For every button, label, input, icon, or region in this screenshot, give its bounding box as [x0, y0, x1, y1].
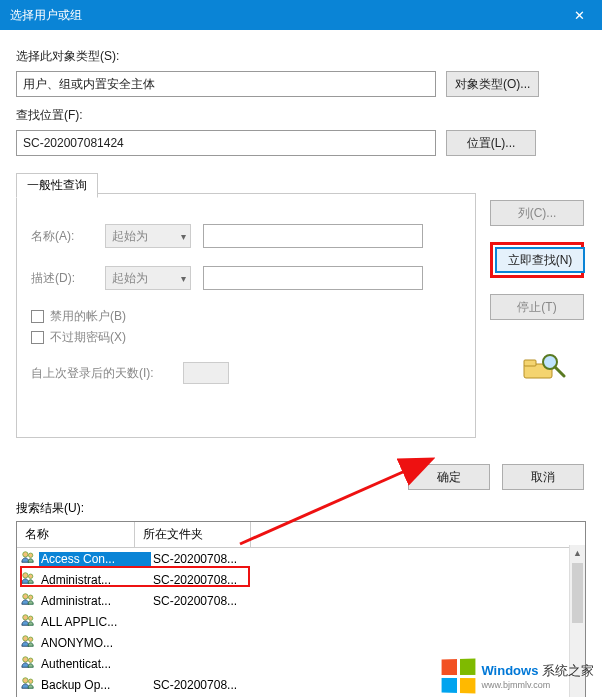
- svg-point-7: [28, 574, 32, 578]
- find-now-button[interactable]: 立即查找(N): [495, 247, 585, 273]
- vertical-scrollbar[interactable]: ▲ ▼: [569, 545, 585, 697]
- list-item[interactable]: Administrat...SC-20200708...: [17, 590, 585, 611]
- svg-point-10: [23, 615, 28, 620]
- location-value: SC-202007081424: [23, 136, 124, 150]
- svg-point-16: [23, 678, 28, 683]
- svg-point-5: [28, 553, 32, 557]
- result-name: Administrat...: [39, 573, 151, 587]
- user-group-icon: [21, 613, 37, 630]
- chevron-down-icon: ▾: [181, 273, 186, 284]
- name-match-combo[interactable]: 起始为 ▾: [105, 224, 191, 248]
- close-icon: ✕: [574, 8, 585, 23]
- list-item[interactable]: Administrat...SC-20200708...: [17, 569, 585, 590]
- nonexpiring-password-label: 不过期密码(X): [50, 329, 126, 346]
- svg-point-12: [23, 636, 28, 641]
- user-group-icon: [21, 550, 37, 567]
- locations-button[interactable]: 位置(L)...: [446, 130, 536, 156]
- result-folder: SC-20200708...: [153, 552, 271, 566]
- columns-button[interactable]: 列(C)...: [490, 200, 584, 226]
- results-body: Access Con...SC-20200708... Administrat.…: [17, 548, 585, 697]
- cancel-button[interactable]: 取消: [502, 464, 584, 490]
- user-group-icon: [21, 571, 37, 588]
- results-label: 搜索结果(U):: [16, 500, 586, 517]
- user-group-icon: [21, 655, 37, 672]
- svg-point-9: [28, 595, 32, 599]
- description-input[interactable]: [203, 266, 423, 290]
- svg-point-13: [28, 637, 32, 641]
- scroll-thumb[interactable]: [572, 563, 583, 623]
- result-folder: SC-20200708...: [153, 594, 271, 608]
- list-item[interactable]: Backup Op...SC-20200708...: [17, 674, 585, 695]
- find-now-highlight: 立即查找(N): [490, 242, 584, 278]
- result-name: Access Con...: [39, 552, 151, 566]
- disabled-accounts-label: 禁用的帐户(B): [50, 308, 126, 325]
- days-since-logon-spinner[interactable]: [183, 362, 229, 384]
- title-bar: 选择用户或组 ✕: [0, 0, 602, 30]
- close-button[interactable]: ✕: [557, 0, 602, 30]
- result-name: Administrat...: [39, 594, 151, 608]
- result-name: ALL APPLIC...: [39, 615, 151, 629]
- object-type-label: 选择此对象类型(S):: [16, 48, 586, 65]
- name-label: 名称(A):: [31, 228, 93, 245]
- stop-button[interactable]: 停止(T): [490, 294, 584, 320]
- user-group-icon: [21, 634, 37, 651]
- list-item[interactable]: ANONYMO...: [17, 632, 585, 653]
- magnifier-folder-icon: [520, 352, 566, 382]
- svg-point-4: [23, 552, 28, 557]
- column-header-name[interactable]: 名称: [17, 522, 135, 547]
- chevron-down-icon: ▾: [181, 231, 186, 242]
- object-type-display: 用户、组或内置安全主体: [16, 71, 436, 97]
- svg-point-15: [28, 658, 32, 662]
- user-group-icon: [21, 592, 37, 609]
- disabled-accounts-checkbox[interactable]: [31, 310, 44, 323]
- object-type-value: 用户、组或内置安全主体: [23, 76, 155, 93]
- svg-point-6: [23, 573, 28, 578]
- svg-point-8: [23, 594, 28, 599]
- list-item[interactable]: Access Con...SC-20200708...: [17, 548, 585, 569]
- result-name: Authenticat...: [39, 657, 151, 671]
- result-folder: SC-20200708...: [153, 678, 271, 692]
- object-types-button[interactable]: 对象类型(O)...: [446, 71, 539, 97]
- svg-rect-1: [524, 360, 536, 366]
- svg-point-14: [23, 657, 28, 662]
- location-display: SC-202007081424: [16, 130, 436, 156]
- description-match-combo[interactable]: 起始为 ▾: [105, 266, 191, 290]
- days-since-logon-label: 自上次登录后的天数(I):: [31, 365, 171, 382]
- ok-cancel-row: 确定 取消: [16, 464, 584, 490]
- list-item[interactable]: ALL APPLIC...: [17, 611, 585, 632]
- name-input[interactable]: [203, 224, 423, 248]
- svg-point-17: [28, 679, 32, 683]
- location-label: 查找位置(F):: [16, 107, 586, 124]
- result-name: ANONYMO...: [39, 636, 151, 650]
- scroll-up-icon[interactable]: ▲: [570, 545, 585, 561]
- result-folder: SC-20200708...: [153, 573, 271, 587]
- right-button-column: 列(C)... 立即查找(N) 停止(T): [490, 200, 584, 320]
- nonexpiring-password-checkbox[interactable]: [31, 331, 44, 344]
- ok-button[interactable]: 确定: [408, 464, 490, 490]
- dialog-content: 选择此对象类型(S): 用户、组或内置安全主体 对象类型(O)... 查找位置(…: [0, 30, 602, 697]
- result-name: Backup Op...: [39, 678, 151, 692]
- user-group-icon: [21, 676, 37, 693]
- list-item[interactable]: Authenticat...: [17, 653, 585, 674]
- svg-line-3: [555, 367, 564, 376]
- svg-point-11: [28, 616, 32, 620]
- window-title: 选择用户或组: [10, 7, 82, 24]
- description-label: 描述(D):: [31, 270, 93, 287]
- tab-general-query[interactable]: 一般性查询: [16, 173, 98, 198]
- query-tab-panel: 一般性查询 名称(A): 起始为 ▾ 描述(D): 起始为 ▾: [16, 193, 476, 438]
- results-header: 名称 所在文件夹: [17, 522, 585, 548]
- column-header-folder[interactable]: 所在文件夹: [135, 522, 251, 547]
- results-list: 名称 所在文件夹 Access Con...SC-20200708... Adm…: [16, 521, 586, 697]
